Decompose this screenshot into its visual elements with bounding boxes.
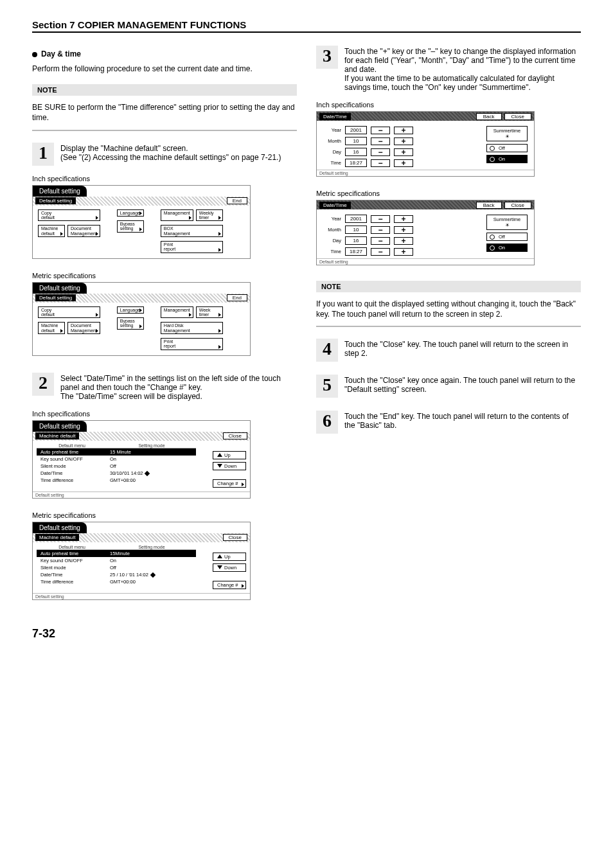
- step-text-6: Touch the "End" key. The touch panel wil…: [344, 411, 581, 430]
- step-text-1: Display the "Machine default" screen. (S…: [60, 143, 297, 162]
- change-button[interactable]: Change #: [213, 581, 246, 589]
- summertime-off[interactable]: Off: [486, 233, 528, 241]
- back-button[interactable]: Back: [476, 113, 502, 120]
- summertime-label: Summertime☀: [486, 126, 528, 141]
- list-item[interactable]: Silent modeOff: [37, 463, 196, 470]
- machine-default-panel-metric: Default setting Machine defaultClose Def…: [32, 522, 251, 600]
- close-button[interactable]: Close: [504, 113, 531, 120]
- list-item[interactable]: Auto preheat time15Minute: [37, 550, 196, 557]
- step-text-2: Select "Date/Time" in the settings list …: [60, 373, 297, 401]
- chip[interactable]: Document Management: [67, 322, 100, 334]
- note-1: BE SURE to perform the "Time difference"…: [32, 102, 297, 123]
- machine-default-panel-inch: Default setting Machine defaultClose Def…: [32, 420, 251, 499]
- plus-button[interactable]: +: [394, 226, 413, 234]
- list-item[interactable]: Silent modeOff: [37, 564, 196, 571]
- list-item[interactable]: Date/Time25 / 10 / '01 14:02: [37, 571, 196, 578]
- summertime-on[interactable]: On: [486, 244, 528, 252]
- chip[interactable]: BOX Management: [161, 225, 223, 237]
- minus-button[interactable]: −: [371, 237, 390, 245]
- chip[interactable]: Weekly timer: [196, 209, 223, 222]
- page-number: 7-32: [32, 627, 581, 641]
- list-item[interactable]: Time differenceGMT+00:00: [37, 578, 196, 585]
- chip[interactable]: Print report: [161, 241, 223, 253]
- chip[interactable]: Machine default: [38, 225, 65, 237]
- summertime-off[interactable]: Off: [486, 144, 528, 152]
- minus-button[interactable]: −: [371, 137, 390, 145]
- subheading: Day & time: [32, 49, 297, 58]
- plus-button[interactable]: +: [394, 248, 413, 256]
- list-item[interactable]: Time differenceGMT+08:00: [37, 477, 196, 484]
- plus-button[interactable]: +: [394, 137, 413, 145]
- summertime-on[interactable]: On: [486, 155, 528, 163]
- section-title: Section 7 COPIER MANAGEMENT FUNCTIONS: [32, 19, 581, 33]
- up-button[interactable]: Up: [213, 451, 246, 459]
- step-number-1: 1: [32, 143, 54, 166]
- list-item[interactable]: Key sound ON/OFFOn: [37, 557, 196, 564]
- chip[interactable]: Language: [117, 209, 144, 217]
- minus-button[interactable]: −: [371, 226, 390, 234]
- list-item[interactable]: Key sound ON/OFFOn: [37, 456, 196, 463]
- step-number-4: 4: [316, 339, 338, 362]
- datetime-panel-metric: Date/Time Back Close Year2001−+ Month10−…: [316, 200, 535, 265]
- datetime-panel-inch: Date/Time Back Close Year2001−+ Month10−…: [316, 111, 535, 177]
- step-number-3: 3: [316, 46, 338, 69]
- default-panel-inch: Default setting Default settingEnd Copy …: [32, 185, 251, 259]
- back-button[interactable]: Back: [476, 202, 502, 209]
- down-button[interactable]: Down: [213, 563, 246, 572]
- chip[interactable]: Machine default: [38, 322, 65, 334]
- list-item[interactable]: Date/Time30/10/'01 14:02: [37, 470, 196, 477]
- plus-button[interactable]: +: [394, 148, 413, 156]
- up-button[interactable]: Up: [213, 553, 246, 561]
- step-number-2: 2: [32, 373, 54, 396]
- step-number-5: 5: [316, 375, 338, 398]
- minus-button[interactable]: −: [371, 215, 390, 223]
- chip[interactable]: Week timer: [196, 306, 223, 319]
- chip[interactable]: Management: [161, 209, 193, 222]
- list-item[interactable]: Auto preheat time15 Minute: [37, 448, 196, 456]
- minus-button[interactable]: −: [371, 248, 390, 256]
- note-label: NOTE: [32, 84, 297, 96]
- plus-button[interactable]: +: [394, 237, 413, 245]
- summertime-label: Summertime☀: [486, 215, 528, 230]
- plus-button[interactable]: +: [394, 127, 413, 134]
- spec-metric: Metric specifications: [32, 272, 297, 279]
- step-number-6: 6: [316, 411, 338, 434]
- close-button[interactable]: Close: [223, 432, 247, 439]
- close-button[interactable]: Close: [504, 202, 531, 209]
- plus-button[interactable]: +: [394, 159, 413, 167]
- step-text-5: Touch the "Close" key once again. The to…: [344, 375, 581, 394]
- chip[interactable]: Language: [117, 306, 144, 314]
- minus-button[interactable]: −: [371, 148, 390, 156]
- chip[interactable]: Bypass setting: [117, 220, 144, 233]
- step-text-3: Touch the "+" key or the "–" key to chan…: [344, 46, 581, 92]
- plus-button[interactable]: +: [394, 215, 413, 223]
- chip[interactable]: Hard Disk Management: [161, 322, 223, 334]
- change-button[interactable]: Change #: [213, 479, 246, 488]
- chip[interactable]: Management: [161, 306, 193, 319]
- end-button[interactable]: End: [227, 197, 247, 204]
- spec-inch: Inch specifications: [32, 175, 297, 182]
- minus-button[interactable]: −: [371, 159, 390, 167]
- step-text-4: Touch the "Close" key. The touch panel w…: [344, 339, 581, 358]
- down-button[interactable]: Down: [213, 462, 246, 470]
- note-label: NOTE: [316, 281, 581, 292]
- chip[interactable]: Copy default: [38, 306, 100, 319]
- chip[interactable]: Copy default: [38, 209, 100, 222]
- note-2: If you want to quit the displayed settin…: [316, 299, 581, 319]
- end-button[interactable]: End: [227, 294, 247, 301]
- close-button[interactable]: Close: [223, 534, 247, 541]
- intro-text: Perform the following procedure to set t…: [32, 64, 297, 74]
- chip[interactable]: Bypass setting: [117, 317, 144, 330]
- minus-button[interactable]: −: [371, 127, 390, 134]
- default-panel-metric: Default setting Default settingEnd Copy …: [32, 282, 251, 356]
- chip[interactable]: Document Management: [67, 225, 100, 237]
- chip[interactable]: Print report: [161, 338, 223, 350]
